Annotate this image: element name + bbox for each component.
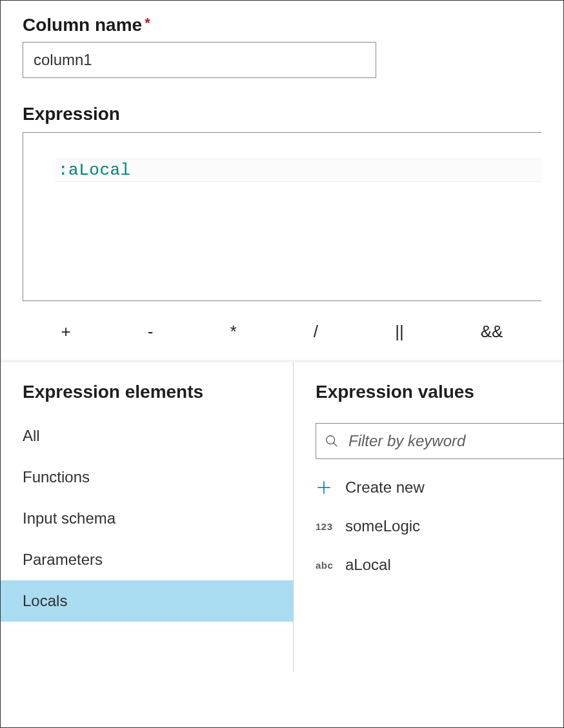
top-section: Column name* Expression :aLocal + - * / … <box>1 1 563 360</box>
element-item-all[interactable]: All <box>1 415 293 457</box>
expression-builder-frame: Column name* Expression :aLocal + - * / … <box>0 0 564 728</box>
operator-minus[interactable]: - <box>140 322 161 342</box>
filter-input[interactable] <box>316 423 563 459</box>
elements-list: All Functions Input schema Parameters Lo… <box>1 415 293 622</box>
svg-point-0 <box>327 436 335 444</box>
element-item-functions[interactable]: Functions <box>1 457 293 498</box>
column-name-input[interactable] <box>23 42 376 78</box>
column-name-label-text: Column name <box>23 15 142 35</box>
expression-code: :aLocal <box>58 161 131 180</box>
create-new-button[interactable]: Create new <box>316 478 563 497</box>
operator-or[interactable]: || <box>387 322 412 342</box>
elements-panel-title: Expression elements <box>1 382 293 415</box>
value-name: someLogic <box>345 517 420 535</box>
svg-line-1 <box>334 443 337 447</box>
type-badge-string-icon: abc <box>316 560 340 571</box>
element-item-locals[interactable]: Locals <box>1 580 293 622</box>
search-icon <box>325 434 339 448</box>
plus-icon <box>316 479 332 496</box>
values-panel-title: Expression values <box>316 382 563 415</box>
expression-elements-panel: Expression elements All Functions Input … <box>1 362 294 672</box>
operator-toolbar: + - * / || && <box>23 301 541 360</box>
expression-editor[interactable]: :aLocal <box>23 132 541 301</box>
element-item-input-schema[interactable]: Input schema <box>1 498 293 539</box>
operator-divide[interactable]: / <box>306 322 326 342</box>
operator-and[interactable]: && <box>473 322 511 342</box>
column-name-label: Column name* <box>23 15 541 35</box>
value-item-alocal[interactable]: abc aLocal <box>316 556 563 574</box>
value-item-somelogic[interactable]: 123 someLogic <box>316 517 563 535</box>
filter-field <box>316 423 563 459</box>
operator-multiply[interactable]: * <box>223 322 245 342</box>
value-name: aLocal <box>345 556 391 574</box>
code-line-highlight: :aLocal <box>55 159 541 182</box>
expression-label: Expression <box>23 104 541 124</box>
required-asterisk-icon: * <box>145 15 150 31</box>
create-new-label: Create new <box>345 478 425 497</box>
operator-plus[interactable]: + <box>54 322 79 342</box>
type-badge-number-icon: 123 <box>316 521 340 532</box>
bottom-section: Expression elements All Functions Input … <box>1 362 563 672</box>
element-item-parameters[interactable]: Parameters <box>1 539 293 580</box>
expression-values-panel: Expression values Create new 123 someLog… <box>294 362 563 672</box>
